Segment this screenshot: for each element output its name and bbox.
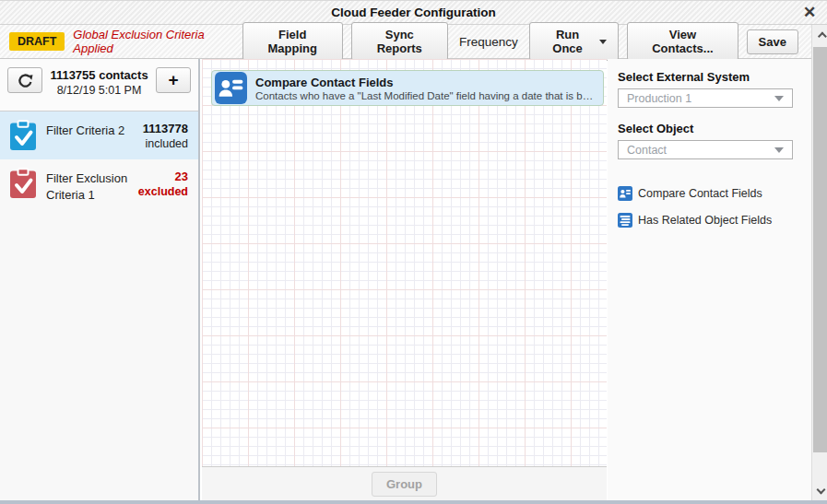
object-select[interactable]: Contact bbox=[618, 140, 793, 159]
external-system-label: Select External System bbox=[618, 70, 793, 84]
filter-row-exclusion-1[interactable]: Filter Exclusion Criteria 1 23 excluded bbox=[0, 159, 198, 212]
filter-name: Filter Exclusion Criteria 1 bbox=[46, 168, 129, 204]
card-description: Contacts who have a "Last Modified Date"… bbox=[255, 90, 596, 101]
card-texts: Compare Contact Fields Contacts who have… bbox=[255, 76, 596, 101]
filter-count-block: 23 excluded bbox=[138, 168, 188, 198]
contact-card-icon bbox=[215, 72, 247, 104]
cloud-feeder-window: Cloud Feeder Configuration ✕ DRAFT Globa… bbox=[0, 0, 827, 504]
content-area: 1113755 contacts 8/12/19 5:01 PM + Filte… bbox=[0, 59, 827, 501]
filter-count: 1113778 bbox=[143, 122, 188, 135]
bottom-strip bbox=[0, 500, 827, 504]
stacked-fields-icon bbox=[618, 213, 632, 228]
filter-name: Filter Criteria 2 bbox=[46, 120, 134, 139]
chevron-down-icon bbox=[774, 96, 784, 101]
object-label: Select Object bbox=[618, 122, 793, 135]
chevron-down-icon bbox=[774, 147, 784, 153]
object-value: Contact bbox=[627, 144, 667, 157]
contacts-count: 1113755 contacts bbox=[42, 68, 156, 82]
toolbar-buttons: Field Mapping Sync Reports Frequency Run… bbox=[242, 22, 798, 61]
right-panel: Select External System Production 1 Sele… bbox=[608, 59, 811, 501]
run-once-label: Run Once bbox=[541, 28, 594, 55]
refresh-button[interactable] bbox=[7, 67, 42, 93]
frequency-label: Frequency bbox=[459, 35, 518, 49]
exclusion-warning: Global Exclusion Criteria Applied bbox=[73, 28, 242, 55]
contacts-timestamp: 8/12/19 5:01 PM bbox=[42, 84, 156, 97]
scrollbar bbox=[811, 25, 827, 501]
toolbar: DRAFT Global Exclusion Criteria Applied … bbox=[0, 25, 811, 59]
sidebar: 1113755 contacts 8/12/19 5:01 PM + Filte… bbox=[0, 59, 200, 501]
filter-status: included bbox=[143, 137, 188, 150]
canvas-grid: Compare Contact Fields Contacts who have… bbox=[202, 59, 607, 466]
chevron-down-icon bbox=[599, 40, 607, 44]
group-button[interactable]: Group bbox=[372, 472, 437, 497]
scroll-down-button[interactable] bbox=[813, 480, 827, 498]
compare-contact-fields-card[interactable]: Compare Contact Fields Contacts who have… bbox=[211, 70, 604, 106]
external-system-select[interactable]: Production 1 bbox=[618, 88, 793, 108]
tool-item-has-related-object-fields[interactable]: Has Related Object Fields bbox=[618, 213, 793, 228]
canvas-wrap: Compare Contact Fields Contacts who have… bbox=[202, 59, 607, 501]
plus-icon: + bbox=[168, 71, 178, 88]
chevron-down-icon bbox=[816, 485, 825, 494]
filter-row-criteria-2[interactable]: Filter Criteria 2 1113778 included bbox=[0, 111, 198, 159]
filter-list: Filter Criteria 2 1113778 included Filte… bbox=[0, 111, 198, 212]
filter-count-block: 1113778 included bbox=[143, 120, 188, 150]
tool-item-label: Has Related Object Fields bbox=[638, 214, 772, 227]
sync-reports-button[interactable]: Sync Reports bbox=[351, 22, 448, 61]
clipboard-check-icon-red bbox=[9, 168, 37, 199]
view-contacts-button[interactable]: View Contacts... bbox=[627, 22, 738, 61]
draft-badge: DRAFT bbox=[9, 32, 65, 51]
add-filter-button[interactable]: + bbox=[156, 67, 191, 93]
sidebar-header: 1113755 contacts 8/12/19 5:01 PM + bbox=[0, 59, 198, 111]
filter-status: excluded bbox=[138, 185, 188, 198]
refresh-icon bbox=[17, 72, 34, 89]
scroll-thumb[interactable] bbox=[813, 47, 827, 452]
card-title: Compare Contact Fields bbox=[255, 76, 596, 89]
filter-count: 23 bbox=[138, 170, 188, 183]
field-mapping-button[interactable]: Field Mapping bbox=[242, 22, 343, 61]
tool-palette: Compare Contact Fields Has Related Objec… bbox=[618, 186, 793, 228]
clipboard-check-icon-blue bbox=[9, 120, 37, 151]
window-title: Cloud Feeder Configuration bbox=[0, 6, 827, 19]
contacts-summary: 1113755 contacts 8/12/19 5:01 PM bbox=[42, 67, 156, 97]
tool-item-compare-contact-fields[interactable]: Compare Contact Fields bbox=[618, 186, 793, 201]
tool-item-label: Compare Contact Fields bbox=[638, 187, 762, 200]
save-button[interactable]: Save bbox=[747, 29, 798, 54]
canvas-footer: Group bbox=[202, 466, 607, 501]
contact-card-icon bbox=[618, 186, 632, 201]
run-once-button[interactable]: Run Once bbox=[529, 22, 619, 61]
close-icon[interactable]: ✕ bbox=[799, 3, 820, 23]
scroll-up-button[interactable] bbox=[813, 27, 827, 45]
external-system-value: Production 1 bbox=[627, 92, 691, 105]
chevron-up-icon bbox=[817, 31, 826, 41]
